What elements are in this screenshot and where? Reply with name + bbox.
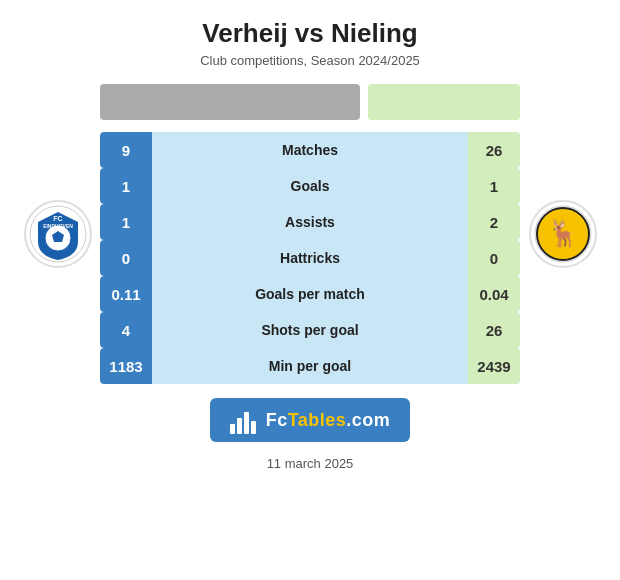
- stat-label: Goals: [152, 168, 468, 204]
- fctables-banner[interactable]: FcTables.com: [210, 398, 411, 442]
- stat-label: Hattricks: [152, 240, 468, 276]
- stat-left-value: 4: [100, 312, 152, 348]
- date-footer: 11 march 2025: [267, 456, 354, 471]
- cambuur-logo: 🦌: [529, 200, 597, 268]
- stat-right-value: 26: [468, 132, 520, 168]
- stat-row: 4Shots per goal26: [100, 312, 520, 348]
- stat-row: 1Goals1: [100, 168, 520, 204]
- stat-right-value: 1: [468, 168, 520, 204]
- svg-text:FC: FC: [53, 215, 62, 222]
- stat-left-value: 1: [100, 168, 152, 204]
- deco-bar-gray-left: [100, 84, 360, 120]
- main-content: FC EINDHOVEN 9Matches261Goals11Assists20…: [10, 84, 610, 384]
- svg-text:🦌: 🦌: [547, 217, 580, 249]
- deco-bar-green-right: [368, 84, 520, 120]
- stat-left-value: 1183: [100, 348, 152, 384]
- bar-chart-icon: [230, 406, 258, 434]
- stat-label: Matches: [152, 132, 468, 168]
- stats-area: 9Matches261Goals11Assists20Hattricks00.1…: [100, 84, 520, 384]
- stat-label: Min per goal: [152, 348, 468, 384]
- stat-rows-container: 9Matches261Goals11Assists20Hattricks00.1…: [100, 132, 520, 384]
- page-subtitle: Club competitions, Season 2024/2025: [200, 53, 420, 68]
- stat-right-value: 26: [468, 312, 520, 348]
- svg-text:EINDHOVEN: EINDHOVEN: [43, 223, 73, 229]
- stat-right-value: 2439: [468, 348, 520, 384]
- page-title: Verheij vs Nieling: [202, 18, 417, 49]
- fctables-brand-text: FcTables.com: [266, 410, 391, 431]
- stat-row: 9Matches26: [100, 132, 520, 168]
- stat-row: 1183Min per goal2439: [100, 348, 520, 384]
- stat-right-value: 0: [468, 240, 520, 276]
- stat-label: Shots per goal: [152, 312, 468, 348]
- stat-label: Assists: [152, 204, 468, 240]
- page-wrapper: Verheij vs Nieling Club competitions, Se…: [0, 0, 620, 580]
- deco-row-top: [100, 84, 520, 120]
- stat-right-value: 0.04: [468, 276, 520, 312]
- eindhoven-logo: FC EINDHOVEN: [24, 200, 92, 268]
- stat-left-value: 0.11: [100, 276, 152, 312]
- stat-row: 0.11Goals per match0.04: [100, 276, 520, 312]
- logo-left: FC EINDHOVEN: [15, 200, 100, 268]
- stat-row: 0Hattricks0: [100, 240, 520, 276]
- stat-left-value: 0: [100, 240, 152, 276]
- stat-left-value: 9: [100, 132, 152, 168]
- stat-row: 1Assists2: [100, 204, 520, 240]
- stat-left-value: 1: [100, 204, 152, 240]
- stat-label: Goals per match: [152, 276, 468, 312]
- stat-right-value: 2: [468, 204, 520, 240]
- logo-right: 🦌: [520, 200, 605, 268]
